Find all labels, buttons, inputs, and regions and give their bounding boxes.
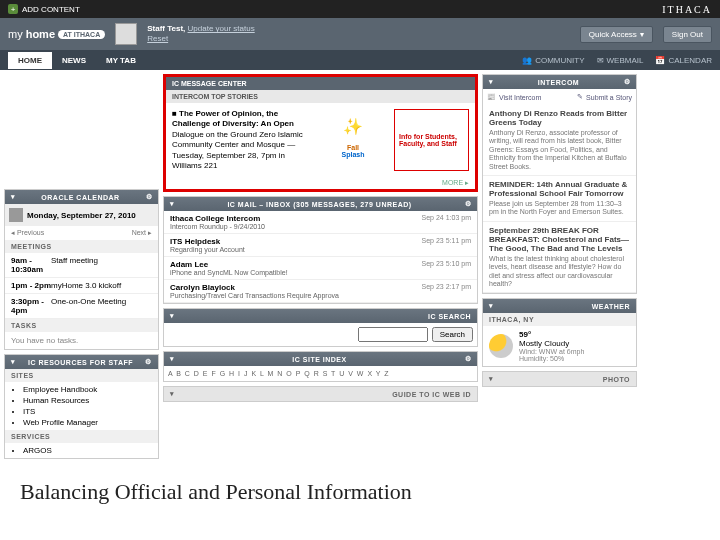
weather-panel: ▾ WEATHER ITHACA, NY 59° Mostly Cloudy W…	[482, 298, 637, 367]
user-info: Staff Test, Update your status Reset	[147, 24, 570, 43]
inbox-item[interactable]: Carolyn BlaylockPurchasing/Travel Card T…	[164, 280, 477, 303]
splash-promo[interactable]: ✨FallSplash	[318, 109, 388, 171]
avatar[interactable]	[115, 23, 137, 45]
nav-calendar[interactable]: 📅 CALENDAR	[655, 56, 712, 65]
firework-icon: ✨	[343, 117, 363, 136]
sites-label: SITES	[5, 369, 158, 382]
resources-header[interactable]: ▾ IC RESOURCES FOR STAFF⚙	[5, 355, 158, 369]
photo-panel: ▾ PHOTO	[482, 371, 637, 387]
content-area: ▾ ORACLE CALENDAR⚙ Monday, September 27,…	[0, 70, 720, 467]
intercom-header[interactable]: ▾ INTERCOM⚙	[483, 75, 636, 89]
update-status-link[interactable]: Update your status	[188, 24, 255, 33]
tab-mytab[interactable]: MY TAB	[96, 52, 146, 69]
msg-center-sub: INTERCOM TOP STORIES	[166, 90, 475, 103]
header: myhome AT ITHACA Staff Test, Update your…	[0, 18, 720, 50]
site-index-header[interactable]: ▾ IC SITE INDEX⚙	[164, 352, 477, 366]
info-box[interactable]: Info for Students, Faculty, and Staff	[394, 109, 469, 171]
top-story[interactable]: ■ The Power of Opinion, the Challenge of…	[172, 109, 312, 171]
brand-logo: ITHACA	[662, 4, 712, 15]
guide-panel: ▾ GUIDE TO IC WEB ID	[163, 386, 478, 402]
gear-icon[interactable]: ⚙	[465, 200, 472, 208]
alpha-index[interactable]: A B C D E F G H I J K L M N O P Q R S T …	[164, 366, 477, 381]
more-link[interactable]: MORE ▸	[166, 177, 475, 189]
photo-header[interactable]: ▾ PHOTO	[483, 372, 636, 386]
calendar-panel: ▾ ORACLE CALENDAR⚙ Monday, September 27,…	[4, 189, 159, 350]
meeting-row[interactable]: 3:30pm - 4pmOne-on-One Meeting	[5, 294, 158, 319]
inbox-header[interactable]: ▾ IC MAIL – INBOX (305 MESSAGES, 279 UNR…	[164, 197, 477, 211]
search-header[interactable]: ▾ IC SEARCH	[164, 309, 477, 323]
nav-webmail[interactable]: ✉ WEBMAIL	[597, 56, 644, 65]
resource-link[interactable]: ITS	[23, 406, 152, 417]
search-panel: ▾ IC SEARCH Search	[163, 308, 478, 347]
weather-header[interactable]: ▾ WEATHER	[483, 299, 636, 313]
nav-bar: HOME NEWS MY TAB 👥 COMMUNITY ✉ WEBMAIL 📅…	[0, 50, 720, 70]
tab-news[interactable]: NEWS	[52, 52, 96, 69]
reset-link[interactable]: Reset	[147, 34, 168, 43]
inbox-item[interactable]: Adam LeeiPhone and SyncML Now Compatible…	[164, 257, 477, 280]
tasks-label: TASKS	[5, 319, 158, 332]
calendar-icon	[9, 208, 23, 222]
inbox-panel: ▾ IC MAIL – INBOX (305 MESSAGES, 279 UNR…	[163, 196, 478, 304]
meeting-row[interactable]: 1pm - 2pmmyHome 3.0 kickoff	[5, 278, 158, 294]
message-center-panel: IC MESSAGE CENTER INTERCOM TOP STORIES ■…	[163, 74, 478, 192]
news-item[interactable]: REMINDER: 14th Annual Graduate & Profess…	[483, 176, 636, 222]
inbox-item[interactable]: Ithaca College IntercomIntercom Roundup …	[164, 211, 477, 234]
cal-prev[interactable]: ◂ Previous	[11, 229, 44, 237]
visit-intercom-link[interactable]: 📰 Visit Intercom	[487, 93, 541, 101]
site-logo[interactable]: myhome AT ITHACA	[8, 28, 105, 40]
tab-home[interactable]: HOME	[8, 52, 52, 69]
calendar-date: Monday, September 27, 2010	[5, 204, 158, 226]
nav-community[interactable]: 👥 COMMUNITY	[522, 56, 584, 65]
submit-story-link[interactable]: ✎ Submit a Story	[577, 93, 632, 101]
gear-icon[interactable]: ⚙	[146, 193, 153, 201]
resource-link[interactable]: Web Profile Manager	[23, 417, 152, 428]
add-content-label: ADD CONTENT	[22, 5, 80, 14]
weather-location: ITHACA, NY	[483, 313, 636, 326]
sign-out-button[interactable]: Sign Out	[663, 26, 712, 43]
resource-link[interactable]: ARGOS	[23, 445, 152, 456]
topbar: + ADD CONTENT ITHACA	[0, 0, 720, 18]
tasks-empty: You have no tasks.	[5, 332, 158, 349]
weather-icon	[489, 334, 513, 358]
meetings-label: MEETINGS	[5, 240, 158, 253]
gear-icon[interactable]: ⚙	[145, 358, 152, 366]
add-content-button[interactable]: + ADD CONTENT	[8, 4, 80, 14]
site-index-panel: ▾ IC SITE INDEX⚙ A B C D E F G H I J K L…	[163, 351, 478, 382]
services-label: SERVICES	[5, 430, 158, 443]
gear-icon[interactable]: ⚙	[624, 78, 631, 86]
quick-access-button[interactable]: Quick Access ▾	[580, 26, 653, 43]
news-item[interactable]: September 29th BREAK FOR BREAKFAST: Chol…	[483, 222, 636, 294]
msg-center-title: IC MESSAGE CENTER	[166, 77, 475, 90]
news-item[interactable]: Anthony Di Renzo Reads from Bitter Green…	[483, 105, 636, 176]
calendar-header[interactable]: ▾ ORACLE CALENDAR⚙	[5, 190, 158, 204]
plus-icon: +	[8, 4, 18, 14]
intercom-panel: ▾ INTERCOM⚙ 📰 Visit Intercom ✎ Submit a …	[482, 74, 637, 294]
cal-next[interactable]: Next ▸	[132, 229, 152, 237]
inbox-item[interactable]: ITS HelpdeskRegarding your AccountSep 23…	[164, 234, 477, 257]
gear-icon[interactable]: ⚙	[465, 355, 472, 363]
guide-header[interactable]: ▾ GUIDE TO IC WEB ID	[164, 387, 477, 401]
resources-panel: ▾ IC RESOURCES FOR STAFF⚙ SITES Employee…	[4, 354, 159, 459]
meeting-row[interactable]: 9am - 10:30amStaff meeting	[5, 253, 158, 278]
search-button[interactable]: Search	[432, 327, 473, 342]
search-input[interactable]	[358, 327, 428, 342]
resource-link[interactable]: Employee Handbook	[23, 384, 152, 395]
resource-link[interactable]: Human Resources	[23, 395, 152, 406]
slide-caption: Balancing Official and Personal Informat…	[0, 467, 720, 517]
